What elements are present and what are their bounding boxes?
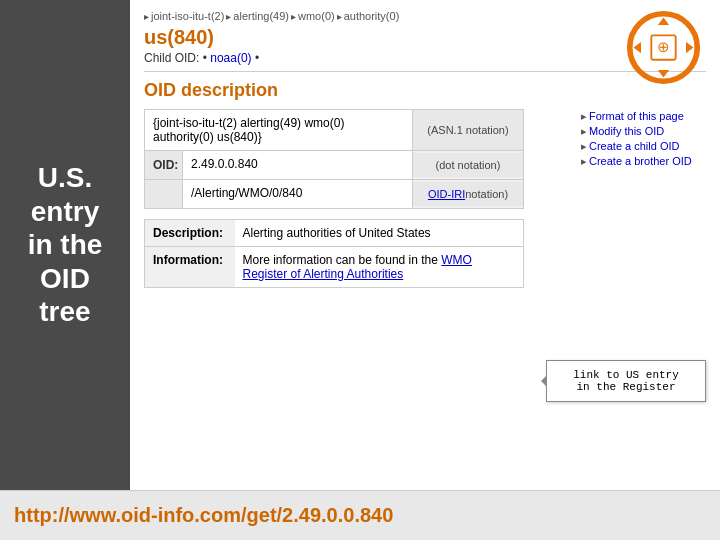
- right-panel: Format of this page Modify this OID Crea…: [581, 110, 706, 170]
- dot-notation-row: OID: 2.49.0.0.840 (dot notation): [145, 151, 523, 180]
- oid-logo: ⊕: [626, 10, 706, 90]
- svg-marker-1: [634, 42, 642, 53]
- iri-row: /Alerting/WMO/0/840 OID-IRI notation): [145, 180, 523, 208]
- iri-value: /Alerting/WMO/0/840: [183, 180, 413, 208]
- breadcrumb-arrow-2: ▸: [291, 11, 296, 22]
- svg-marker-2: [686, 42, 694, 53]
- description-row: Description: Alerting authorities of Uni…: [145, 220, 524, 247]
- child-oid-line: Child OID: • noaa(0) •: [144, 51, 706, 65]
- child-oid-link[interactable]: noaa(0): [210, 51, 251, 65]
- information-row: Information: More information can be fou…: [145, 247, 524, 288]
- section-title: OID description: [144, 80, 706, 101]
- description-label: Description:: [145, 220, 235, 247]
- breadcrumb-link-0[interactable]: joint-iso-itu-t(2): [151, 10, 224, 22]
- iri-spacer: [145, 180, 183, 208]
- callout-text: link to US entryin the Register: [573, 369, 679, 393]
- breadcrumb-link-2[interactable]: wmo(0): [298, 10, 335, 22]
- sidebar-text: U.S. entry in the OID tree: [28, 161, 103, 329]
- breadcrumb-arrow-3: ▸: [337, 11, 342, 22]
- iri-label: OID-IRI notation): [413, 182, 523, 206]
- asn1-value: {joint-iso-itu-t(2) alerting(49) wmo(0) …: [145, 110, 413, 150]
- oid-label: OID:: [145, 151, 183, 179]
- svg-text:⊕: ⊕: [657, 38, 670, 55]
- oid-title: us(840): [144, 26, 706, 49]
- description-value: Alerting authorities of United States: [235, 220, 524, 247]
- asn1-row: {joint-iso-itu-t(2) alerting(49) wmo(0) …: [145, 110, 523, 151]
- breadcrumb-arrow-1: ▸: [226, 11, 231, 22]
- dot-label: (dot notation): [413, 153, 523, 177]
- information-prefix: More information can be found in the: [243, 253, 442, 267]
- bottom-bar: http://www.oid-info.com/get/2.49.0.0.840: [0, 490, 720, 540]
- notation-box: {joint-iso-itu-t(2) alerting(49) wmo(0) …: [144, 109, 524, 209]
- right-panel-link-2[interactable]: Create a child OID: [581, 140, 706, 152]
- info-table: Description: Alerting authorities of Uni…: [144, 219, 524, 288]
- iri-label-link[interactable]: OID-IRI: [428, 188, 465, 200]
- information-value: More information can be found in the WMO…: [235, 247, 524, 288]
- right-panel-link-3[interactable]: Create a brother OID: [581, 155, 706, 167]
- svg-marker-4: [658, 70, 669, 78]
- bottom-bar-url: http://www.oid-info.com/get/2.49.0.0.840: [14, 504, 393, 527]
- child-oid-dot-after: •: [255, 51, 259, 65]
- sidebar: U.S. entry in the OID tree: [0, 0, 130, 490]
- breadcrumb-link-1[interactable]: alerting(49): [233, 10, 289, 22]
- svg-marker-3: [658, 18, 669, 26]
- information-label: Information:: [145, 247, 235, 288]
- breadcrumb: ▸ joint-iso-itu-t(2) ▸ alerting(49) ▸ wm…: [144, 10, 706, 22]
- right-panel-link-1[interactable]: Modify this OID: [581, 125, 706, 137]
- asn1-label: (ASN.1 notation): [413, 110, 523, 150]
- breadcrumb-arrow-0: ▸: [144, 11, 149, 22]
- breadcrumb-link-3[interactable]: authority(0): [344, 10, 400, 22]
- right-panel-link-0[interactable]: Format of this page: [581, 110, 706, 122]
- dot-value: 2.49.0.0.840: [183, 151, 413, 179]
- section-divider: [144, 71, 706, 72]
- main-content: ⊕ ▸ joint-iso-itu-t(2) ▸ alerting(49) ▸ …: [130, 0, 720, 490]
- callout-tooltip: link to US entryin the Register: [546, 360, 706, 402]
- child-oid-prefix: Child OID:: [144, 51, 203, 65]
